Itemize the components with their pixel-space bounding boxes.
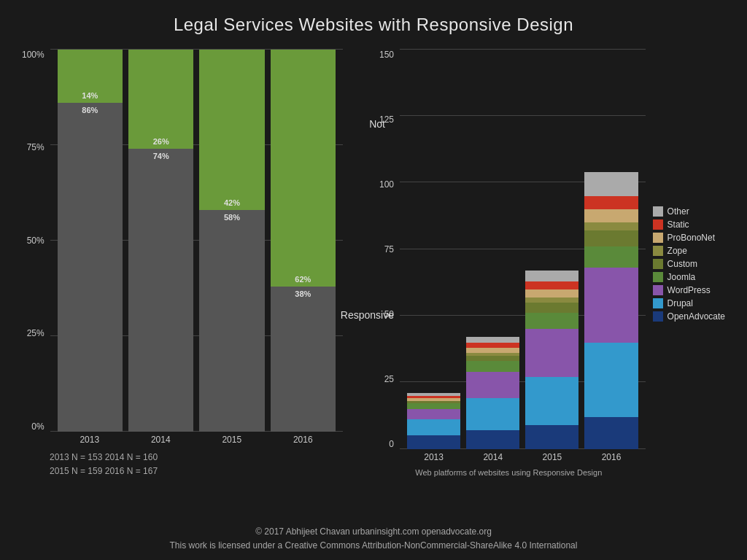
footer: © 2017 Abhijeet Chavan urbaninsight.com …: [0, 525, 747, 553]
legend-label-wordpress: WordPress: [667, 285, 711, 295]
joomla-segment-2015: [525, 313, 578, 329]
responsive-segment-2016: 62%: [271, 50, 336, 287]
right-chart-inner: 0 25 50 75 100 125 150: [372, 50, 725, 478]
left-chart: 0% 25% 50% 75% 100%: [22, 50, 343, 478]
not-label-2016: 38%: [295, 289, 311, 298]
joomla-segment-2016: [584, 246, 638, 268]
chart-title: Legal Services Websites with Responsive …: [22, 15, 725, 35]
not-segment-2014: 74%: [128, 149, 193, 431]
drupal-segment-2015: [525, 377, 578, 425]
static-segment-2015: [525, 281, 578, 289]
right-bar-col-2014: [466, 50, 519, 449]
legend-color-probononet: [653, 233, 663, 243]
openAdvocate-segment-2015: [525, 425, 578, 449]
openAdvocate-segment-2013: [407, 435, 460, 448]
footer-line1: © 2017 Abhijeet Chavan urbaninsight.com …: [0, 525, 747, 539]
wordpress-segment-2016: [584, 268, 638, 342]
zope-segment-2014: [466, 353, 519, 356]
probononet-segment-2013: [407, 398, 460, 401]
right-bar-col-2015: [525, 50, 578, 449]
legend-label-joomla: Joomla: [667, 272, 696, 282]
legend-item-other: Other: [653, 206, 725, 217]
charts-row: 0% 25% 50% 75% 100%: [22, 50, 725, 478]
responsive-label-2015: 42%: [224, 198, 240, 207]
right-bars-group: [400, 50, 646, 449]
legend-color-custom: [653, 259, 663, 269]
right-chart-main: 0 25 50 75 100 125 150: [372, 50, 646, 478]
wordpress-segment-2015: [525, 329, 578, 377]
left-notes: 2013 N = 153 2014 N = 1602015 N = 159 20…: [50, 451, 343, 478]
left-x-labels: 2013201420152016: [50, 432, 343, 445]
legend-label-other: Other: [667, 206, 689, 217]
right-bar-col-2016: [584, 50, 638, 449]
responsive-segment-2014: 26%: [128, 50, 193, 149]
left-x-label-2016: 2016: [271, 435, 336, 445]
drupal-segment-2016: [584, 343, 638, 417]
legend-label-custom: Custom: [667, 259, 697, 269]
left-bar-col-2015: 58%42%: [199, 50, 264, 432]
joomla-segment-2013: [407, 403, 460, 408]
responsive-segment-2015: 42%: [199, 50, 264, 210]
not-segment-2015: 58%: [199, 210, 264, 432]
right-x-label-2013: 2013: [407, 452, 460, 462]
left-bars-area: 86%14%74%26%58%42%38%62%NotResponsive: [50, 50, 343, 432]
other-segment-2014: [466, 337, 519, 342]
responsive-segment-2013: 14%: [58, 50, 123, 103]
right-bars-area: [400, 50, 646, 449]
legend-color-static: [653, 219, 663, 230]
responsive-label-2016: 62%: [295, 275, 311, 284]
legend-item-wordpress: WordPress: [653, 285, 725, 295]
footer-line2: This work is licensed under a Creative C…: [0, 539, 747, 553]
custom-segment-2016: [584, 230, 638, 246]
not-label-2015: 58%: [224, 213, 240, 222]
static-segment-2013: [407, 396, 460, 399]
right-x-label-2016: 2016: [584, 452, 638, 462]
responsive-label-2013: 14%: [82, 91, 98, 100]
not-segment-2016: 38%: [271, 287, 336, 432]
legend-color-zope: [653, 246, 663, 256]
legend-item-openadvocate: OpenAdvocate: [653, 311, 725, 322]
left-y-axis: 0% 25% 50% 75% 100%: [22, 50, 50, 432]
left-bar-col-2016: 38%62%NotResponsive: [271, 50, 336, 432]
legend-item-zope: Zope: [653, 246, 725, 256]
left-x-label-2013: 2013: [57, 435, 123, 445]
legend-label-openadvocate: OpenAdvocate: [667, 311, 725, 322]
right-y-axis: 0 25 50 75 100 125 150: [372, 50, 400, 449]
responsive-label-2014: 26%: [153, 137, 169, 146]
left-bar-col-2014: 74%26%: [128, 50, 193, 432]
legend-color-joomla: [653, 272, 663, 282]
joomla-segment-2014: [466, 361, 519, 372]
annotation-responsive: Responsive: [341, 309, 394, 321]
wordpress-segment-2013: [407, 409, 460, 420]
other-segment-2015: [525, 271, 578, 281]
right-chart: 0 25 50 75 100 125 150: [372, 50, 725, 478]
custom-segment-2015: [525, 303, 578, 314]
legend-item-probononet: ProBonoNet: [653, 233, 725, 243]
left-x-label-2015: 2015: [199, 435, 265, 445]
other-segment-2013: [407, 393, 460, 396]
legend-item-drupal: Drupal: [653, 298, 725, 308]
right-bar-col-2013: [407, 50, 460, 449]
right-subtitle: Web platforms of websites using Responsi…: [372, 467, 646, 479]
right-x-labels: 2013201420152016: [400, 449, 646, 462]
left-chart-area: 0% 25% 50% 75% 100%: [22, 50, 343, 432]
openAdvocate-segment-2016: [584, 417, 638, 449]
openAdvocate-segment-2014: [466, 430, 519, 449]
static-segment-2014: [466, 343, 519, 348]
right-chart-area: 0 25 50 75 100 125 150: [372, 50, 646, 449]
not-label-2013: 86%: [82, 106, 98, 114]
not-segment-2013: 86%: [58, 103, 123, 431]
custom-segment-2014: [466, 356, 519, 361]
drupal-segment-2013: [407, 419, 460, 435]
annotation-not: Not: [369, 118, 385, 130]
legend-label-zope: Zope: [667, 246, 687, 256]
right-x-label-2015: 2015: [525, 452, 578, 462]
custom-segment-2013: [407, 401, 460, 404]
legend-item-joomla: Joomla: [653, 272, 725, 282]
static-segment-2016: [584, 196, 638, 209]
wordpress-segment-2014: [466, 372, 519, 399]
legend-label-static: Static: [667, 219, 689, 230]
legend-label-drupal: Drupal: [667, 298, 693, 308]
zope-segment-2015: [525, 298, 578, 303]
legend-color-openadvocate: [653, 311, 663, 322]
